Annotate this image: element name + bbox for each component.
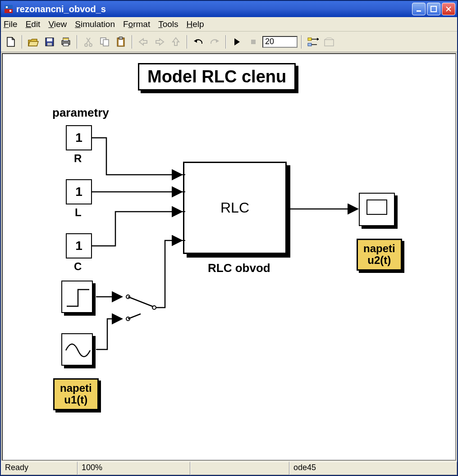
maximize-button[interactable] <box>427 3 440 15</box>
svg-marker-27 <box>194 39 197 43</box>
menu-help[interactable]: Help <box>187 19 204 29</box>
svg-rect-3 <box>9 10 11 12</box>
svg-point-21 <box>89 44 92 46</box>
menubar: File Edit View Simulation Format Tools H… <box>1 17 457 32</box>
svg-point-43 <box>126 317 130 321</box>
model-canvas[interactable]: Model RLC clenu parametry 1 R 1 L 1 C na… <box>2 53 456 461</box>
svg-marker-35 <box>317 38 319 41</box>
svg-rect-23 <box>103 40 109 46</box>
constant-c-label: C <box>74 260 82 273</box>
status-ready: Ready <box>1 462 78 475</box>
separator-icon <box>132 35 133 49</box>
stop-icon[interactable] <box>246 35 261 49</box>
u2-tag-line1: napeti <box>363 243 395 254</box>
svg-point-44 <box>152 306 156 309</box>
svg-point-42 <box>126 295 130 299</box>
scope-block[interactable] <box>359 193 395 226</box>
parameters-heading: parametry <box>52 106 109 120</box>
library-browser-icon[interactable] <box>306 35 320 49</box>
rlc-subsystem-block[interactable]: RLC <box>183 162 287 254</box>
svg-rect-32 <box>308 43 311 46</box>
svg-rect-4 <box>417 10 421 12</box>
svg-rect-12 <box>47 38 52 41</box>
save-icon[interactable] <box>42 35 57 49</box>
svg-rect-36 <box>325 40 334 46</box>
play-icon[interactable] <box>230 35 244 49</box>
separator-icon <box>187 35 188 49</box>
separator-icon <box>225 35 226 49</box>
svg-rect-16 <box>63 43 69 46</box>
constant-c-block[interactable]: 1 <box>66 233 92 258</box>
svg-marker-10 <box>28 41 38 46</box>
svg-rect-30 <box>251 40 256 44</box>
svg-marker-28 <box>216 39 219 43</box>
model-explorer-icon[interactable] <box>322 35 336 49</box>
window-title: rezonancni_obvod_s <box>16 4 412 14</box>
svg-rect-2 <box>6 6 8 8</box>
constant-l-label: L <box>75 206 82 219</box>
stop-time-input[interactable] <box>262 36 298 48</box>
svg-point-20 <box>85 44 87 46</box>
copy-icon[interactable] <box>97 35 112 49</box>
u2-tag[interactable]: napeti u2(t) <box>357 239 402 271</box>
u1-tag[interactable]: napeti u1(t) <box>53 378 99 410</box>
sine-source-block[interactable] <box>61 333 93 366</box>
separator-icon <box>22 35 23 49</box>
statusbar: Ready 100% ode45 <box>1 462 457 475</box>
step-source-block[interactable] <box>61 281 93 313</box>
app-icon <box>4 4 14 14</box>
constant-r-label: R <box>74 152 82 165</box>
u1-tag-line2: u1(t) <box>60 394 92 406</box>
print-icon[interactable] <box>59 35 73 49</box>
status-mid <box>190 462 289 475</box>
rlc-subsystem-label: RLC obvod <box>208 261 270 275</box>
svg-line-45 <box>128 297 153 307</box>
menu-view[interactable]: View <box>48 19 67 29</box>
up-icon[interactable] <box>169 35 183 49</box>
menu-edit[interactable]: Edit <box>26 19 41 29</box>
u1-tag-line1: napeti <box>60 382 92 394</box>
open-icon[interactable] <box>26 35 41 49</box>
diagram-title[interactable]: Model RLC clenu <box>138 63 296 91</box>
menu-simulation[interactable]: Simulation <box>75 19 115 29</box>
titlebar: rezonancni_obvod_s <box>1 1 457 17</box>
svg-line-46 <box>128 314 141 319</box>
minimize-button[interactable] <box>412 3 426 15</box>
app-window: rezonancni_obvod_s File Edit View Simula… <box>0 0 458 476</box>
cut-icon[interactable] <box>81 35 96 49</box>
menu-format[interactable]: Format <box>123 19 150 29</box>
redo-icon[interactable] <box>207 35 222 49</box>
svg-rect-26 <box>119 40 123 45</box>
svg-rect-13 <box>47 43 52 45</box>
svg-rect-31 <box>308 38 311 41</box>
undo-icon[interactable] <box>191 35 206 49</box>
svg-rect-17 <box>63 38 69 40</box>
separator-icon <box>301 35 302 49</box>
forward-icon[interactable] <box>152 35 167 49</box>
u2-tag-line2: u2(t) <box>363 254 395 266</box>
svg-rect-25 <box>119 37 123 39</box>
svg-marker-29 <box>234 38 240 45</box>
rlc-block-text: RLC <box>220 199 249 216</box>
svg-rect-1 <box>5 5 13 9</box>
constant-r-block[interactable]: 1 <box>66 125 92 150</box>
constant-l-block[interactable]: 1 <box>66 179 92 204</box>
toolbar <box>1 32 457 52</box>
back-icon[interactable] <box>136 35 151 49</box>
svg-rect-0 <box>5 9 13 13</box>
menu-file[interactable]: File <box>4 19 18 29</box>
svg-rect-5 <box>431 6 436 12</box>
status-zoom: 100% <box>78 462 190 475</box>
menu-tools[interactable]: Tools <box>158 19 178 29</box>
separator-icon <box>77 35 78 49</box>
status-solver: ode45 <box>289 462 457 475</box>
svg-rect-40 <box>367 200 387 214</box>
close-button[interactable] <box>442 3 455 15</box>
window-controls <box>412 3 455 15</box>
svg-marker-8 <box>7 37 14 46</box>
new-icon[interactable] <box>4 35 18 49</box>
paste-icon[interactable] <box>114 35 128 49</box>
